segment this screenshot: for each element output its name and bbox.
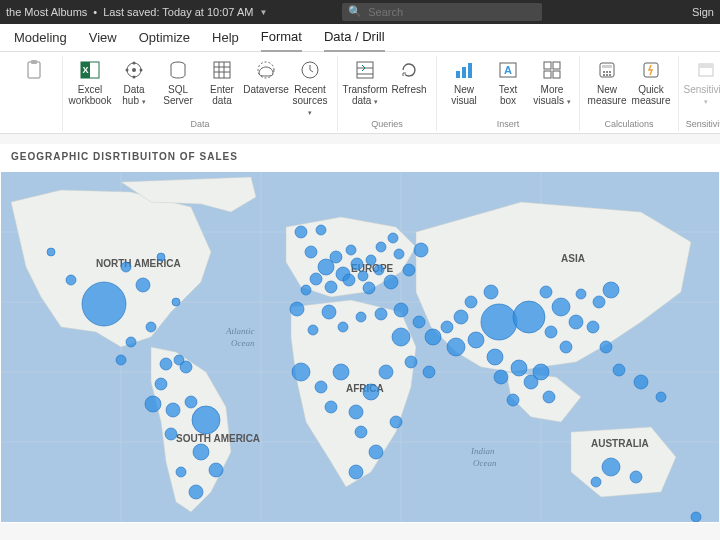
sales-bubble[interactable] xyxy=(349,465,363,479)
sales-bubble[interactable] xyxy=(634,375,648,389)
sales-bubble[interactable] xyxy=(560,341,572,353)
sales-bubble[interactable] xyxy=(349,405,363,419)
sales-bubble[interactable] xyxy=(413,316,425,328)
sales-bubble[interactable] xyxy=(116,355,126,365)
sales-bubble[interactable] xyxy=(351,258,363,270)
chevron-down-icon[interactable]: ▼ xyxy=(259,8,267,17)
sales-bubble[interactable] xyxy=(301,285,311,295)
sales-bubble[interactable] xyxy=(325,401,337,413)
newvisual-button[interactable]: New visual xyxy=(443,56,485,119)
sales-bubble[interactable] xyxy=(316,225,326,235)
tab-help[interactable]: Help xyxy=(212,24,239,52)
dataverse-button[interactable]: Dataverse xyxy=(245,56,287,119)
quickmeasure-button[interactable]: Quick measure xyxy=(630,56,672,119)
sales-bubble[interactable] xyxy=(166,403,180,417)
sales-bubble[interactable] xyxy=(392,328,410,346)
sales-bubble[interactable] xyxy=(602,458,620,476)
tab-modeling[interactable]: Modeling xyxy=(14,24,67,52)
sales-bubble[interactable] xyxy=(192,406,220,434)
sales-bubble[interactable] xyxy=(379,365,393,379)
sales-bubble[interactable] xyxy=(441,321,453,333)
sales-bubble[interactable] xyxy=(338,322,348,332)
paste-button[interactable] xyxy=(14,56,56,129)
sales-bubble[interactable] xyxy=(189,485,203,499)
sales-bubble[interactable] xyxy=(384,275,398,289)
newmeasure-button[interactable]: New measure xyxy=(586,56,628,119)
tab-view[interactable]: View xyxy=(89,24,117,52)
tab-data-drill[interactable]: Data / Drill xyxy=(324,24,385,52)
sales-bubble[interactable] xyxy=(174,355,184,365)
sales-bubble[interactable] xyxy=(209,463,223,477)
tab-format[interactable]: Format xyxy=(261,24,302,52)
sales-bubble[interactable] xyxy=(484,285,498,299)
sales-bubble[interactable] xyxy=(121,262,131,272)
sales-bubble[interactable] xyxy=(630,471,642,483)
sales-bubble[interactable] xyxy=(363,282,375,294)
sales-bubble[interactable] xyxy=(374,265,384,275)
sales-bubble[interactable] xyxy=(136,278,150,292)
sales-bubble[interactable] xyxy=(66,275,76,285)
sales-bubble[interactable] xyxy=(552,298,570,316)
sales-bubble[interactable] xyxy=(333,364,349,380)
sales-bubble[interactable] xyxy=(388,233,398,243)
sales-bubble[interactable] xyxy=(603,282,619,298)
textbox-button[interactable]: AText box xyxy=(487,56,529,119)
sales-bubble[interactable] xyxy=(425,329,441,345)
recent-button[interactable]: Recent sources ▾ xyxy=(289,56,331,119)
sales-bubble[interactable] xyxy=(465,296,477,308)
sales-bubble[interactable] xyxy=(513,301,545,333)
sales-bubble[interactable] xyxy=(310,273,322,285)
sales-bubble[interactable] xyxy=(369,445,383,459)
world-map[interactable]: NORTH AMERICAEUROPEASIAAFRICASOUTH AMERI… xyxy=(1,172,719,522)
sales-bubble[interactable] xyxy=(366,255,376,265)
sales-bubble[interactable] xyxy=(613,364,625,376)
sales-bubble[interactable] xyxy=(414,243,428,257)
sales-bubble[interactable] xyxy=(600,341,612,353)
sales-bubble[interactable] xyxy=(295,226,307,238)
morevis-button[interactable]: More visuals ▾ xyxy=(531,56,573,119)
sales-bubble[interactable] xyxy=(346,245,356,255)
refresh-button[interactable]: Refresh xyxy=(388,56,430,119)
sales-bubble[interactable] xyxy=(292,363,310,381)
sales-bubble[interactable] xyxy=(390,416,402,428)
search-box[interactable]: 🔍 xyxy=(342,3,542,21)
sales-bubble[interactable] xyxy=(656,392,666,402)
sales-bubble[interactable] xyxy=(157,253,165,261)
sales-bubble[interactable] xyxy=(587,321,599,333)
sales-bubble[interactable] xyxy=(591,477,601,487)
sales-bubble[interactable] xyxy=(145,396,161,412)
sales-bubble[interactable] xyxy=(454,310,468,324)
sales-bubble[interactable] xyxy=(447,338,465,356)
sales-bubble[interactable] xyxy=(376,242,386,252)
sales-bubble[interactable] xyxy=(691,512,701,522)
sales-bubble[interactable] xyxy=(193,444,209,460)
sales-bubble[interactable] xyxy=(176,467,186,477)
sales-bubble[interactable] xyxy=(423,366,435,378)
sql-button[interactable]: SQL Server xyxy=(157,56,199,119)
sales-bubble[interactable] xyxy=(82,282,126,326)
sales-bubble[interactable] xyxy=(394,249,404,259)
sales-bubble[interactable] xyxy=(165,428,177,440)
sales-bubble[interactable] xyxy=(343,274,355,286)
sales-bubble[interactable] xyxy=(543,391,555,403)
search-input[interactable] xyxy=(342,3,542,21)
sales-bubble[interactable] xyxy=(481,304,517,340)
sales-bubble[interactable] xyxy=(545,326,557,338)
tab-optimize[interactable]: Optimize xyxy=(139,24,190,52)
sales-bubble[interactable] xyxy=(126,337,136,347)
sales-bubble[interactable] xyxy=(405,356,417,368)
sales-bubble[interactable] xyxy=(325,281,337,293)
enter-button[interactable]: Enter data xyxy=(201,56,243,119)
excel-button[interactable]: XExcel workbook xyxy=(69,56,111,119)
sales-bubble[interactable] xyxy=(494,370,508,384)
sales-bubble[interactable] xyxy=(322,305,336,319)
sales-bubble[interactable] xyxy=(305,246,317,258)
sales-bubble[interactable] xyxy=(487,349,503,365)
sales-bubble[interactable] xyxy=(290,302,304,316)
sales-bubble[interactable] xyxy=(308,325,318,335)
sign-in-link[interactable]: Sign xyxy=(692,6,714,18)
sales-bubble[interactable] xyxy=(394,303,408,317)
map-visual[interactable]: GEOGRAPHIC DISRTIBUITON OF SALES xyxy=(0,144,720,523)
sales-bubble[interactable] xyxy=(507,394,519,406)
sales-bubble[interactable] xyxy=(355,426,367,438)
